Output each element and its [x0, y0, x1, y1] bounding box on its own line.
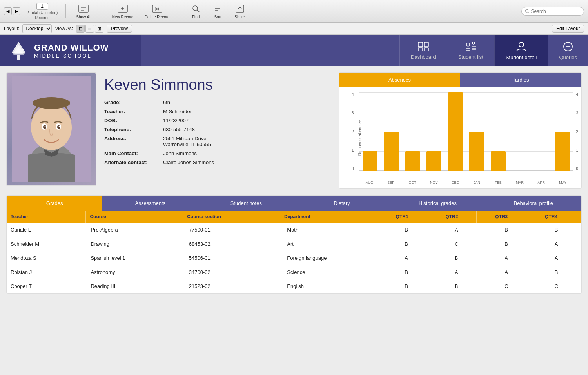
share-button[interactable]: Share: [232, 2, 248, 20]
chart-tabs: Absences Tardies: [339, 73, 581, 87]
bar-nov: [426, 151, 441, 171]
cell-q4-3: B: [531, 265, 581, 279]
y-label-2: 2: [352, 130, 354, 134]
y-axis-labels: 4 3 2 1 0: [352, 92, 354, 171]
cell-section-0: 77500-01: [185, 223, 283, 237]
x-axis-labels: AUG SEP OCT NOV DEC JAN FEB MAR APR MAY: [359, 181, 573, 185]
dob-value: 11/23/2007: [163, 118, 331, 123]
cell-q1-2: A: [381, 251, 432, 265]
svg-point-45: [31, 105, 72, 150]
main-contact-label: Main Contact:: [104, 150, 159, 156]
bar-may: [555, 132, 570, 171]
cell-q1-4: B: [381, 279, 432, 293]
new-record-button[interactable]: New Record: [110, 2, 136, 20]
svg-point-46: [33, 97, 70, 109]
tab-student-notes[interactable]: Student notes: [198, 196, 294, 211]
school-name: GRAND WILLOW MIDDLE SCHOOL: [34, 43, 109, 59]
tab-dietary[interactable]: Dietary: [294, 196, 390, 211]
svg-point-50: [57, 125, 60, 129]
cell-dept-2: Foreign language: [283, 251, 381, 265]
delete-record-button[interactable]: Delete Record: [142, 2, 172, 20]
nav-items: Dashboard Student list Student detail Qu…: [399, 35, 588, 66]
tabs-section: Grades Assessments Student notes Dietary…: [6, 195, 582, 294]
x-label-jan: JAN: [466, 181, 488, 185]
prev-record-button[interactable]: ◀: [4, 7, 12, 15]
view-table-button[interactable]: ⊞: [95, 25, 103, 33]
tab-behavioral-profile[interactable]: Behavioral profile: [486, 196, 581, 211]
svg-point-49: [43, 125, 46, 129]
cell-teacher-2: Mendoza S: [7, 251, 87, 265]
show-all-button[interactable]: Show All: [74, 2, 93, 20]
cell-course-4: Reading III: [87, 279, 185, 293]
svg-rect-7: [152, 5, 162, 12]
find-button[interactable]: Find: [188, 2, 204, 20]
bar-jan: [469, 132, 484, 171]
table-row: Mendoza S Spanish level 1 54506-01 Forei…: [7, 251, 581, 265]
sort-icon: [212, 3, 223, 14]
bar-oct: [405, 151, 420, 171]
svg-rect-19: [17, 55, 20, 60]
x-label-sep: SEP: [380, 181, 402, 185]
tab-grades[interactable]: Grades: [7, 196, 102, 211]
info-table: Grade: 6th Teacher: M Schneider DOB: 11/…: [104, 100, 331, 165]
cell-q4-0: B: [531, 223, 581, 237]
new-record-icon: [117, 3, 128, 14]
sort-button[interactable]: Sort: [210, 2, 226, 20]
grade-value: 6th: [163, 100, 331, 105]
main-content: Keven Simmons Grade: 6th Teacher: M Schn…: [0, 66, 588, 300]
bar-dec: [448, 92, 463, 171]
cell-section-3: 34700-02: [185, 265, 283, 279]
records-label: Records: [35, 16, 49, 20]
nav-queries[interactable]: Queries: [548, 35, 588, 66]
nav-student-detail[interactable]: Student detail: [494, 35, 548, 66]
nav-dashboard[interactable]: Dashboard: [399, 35, 447, 66]
chart-tab-absences[interactable]: Absences: [339, 73, 460, 87]
bar-group-nov: [423, 92, 445, 171]
nav-student-list[interactable]: Student list: [447, 35, 494, 66]
cell-q2-3: A: [431, 265, 481, 279]
chart-tab-tardies[interactable]: Tardies: [460, 73, 581, 87]
share-label: Share: [234, 15, 245, 19]
col-qtr2-header: QTR2: [427, 211, 477, 223]
tab-historical-grades[interactable]: Historical grades: [390, 196, 485, 211]
next-record-button[interactable]: ▶: [13, 7, 20, 15]
chart-plot-area: [359, 92, 573, 171]
svg-rect-28: [424, 42, 428, 47]
y-label-0: 0: [352, 167, 354, 171]
x-label-feb: FEB: [488, 181, 509, 185]
cell-q2-2: B: [431, 251, 481, 265]
tab-assessments[interactable]: Assessments: [102, 196, 198, 211]
y-label-right-4: 4: [576, 92, 578, 97]
svg-point-31: [466, 43, 470, 46]
chart-area: Absences Tardies Number of absences 4 3 …: [339, 72, 582, 189]
edit-layout-button[interactable]: Edit Layout: [552, 25, 584, 33]
bar-group-apr: [530, 92, 551, 171]
x-label-oct: OCT: [402, 181, 423, 185]
view-form-button[interactable]: ⊟: [76, 25, 85, 33]
preview-button[interactable]: Preview: [107, 25, 132, 33]
main-contact-value: John Simmons: [163, 150, 331, 156]
table-scroll-area[interactable]: Curiale L Pre-Algebra 77500-01 Math B A …: [7, 223, 581, 293]
layout-select[interactable]: Desktop: [22, 24, 52, 33]
delete-record-label: Delete Record: [145, 15, 170, 19]
cell-q3-3: A: [481, 265, 532, 279]
school-sub-text: MIDDLE SCHOOL: [34, 53, 109, 59]
school-name-text: GRAND WILLOW: [34, 43, 109, 53]
svg-rect-30: [424, 48, 428, 51]
view-list-button[interactable]: ☰: [85, 25, 94, 33]
tabs-row: Grades Assessments Student notes Dietary…: [7, 196, 581, 211]
y-axis-labels-right: 4 3 2 1 0: [576, 92, 578, 171]
cell-teacher-0: Curiale L: [7, 223, 87, 237]
record-number-input[interactable]: [36, 3, 48, 10]
x-label-apr: APR: [530, 181, 552, 185]
search-input[interactable]: [531, 9, 581, 14]
cell-dept-0: Math: [283, 223, 381, 237]
toolbar: ◀ ▶ 2 Total (Unsorted) Records Show All …: [0, 0, 588, 23]
table-row: Rolstan J Astronomy 34700-02 Science B A…: [7, 265, 581, 279]
view-as-label: View As:: [55, 26, 73, 31]
table-row: Cooper T Reading III 21523-02 English B …: [7, 279, 581, 293]
y-label-4: 4: [352, 92, 354, 97]
cell-teacher-4: Cooper T: [7, 279, 87, 293]
teacher-value: M Schneider: [163, 109, 331, 114]
record-nav: ◀ ▶: [4, 7, 20, 15]
